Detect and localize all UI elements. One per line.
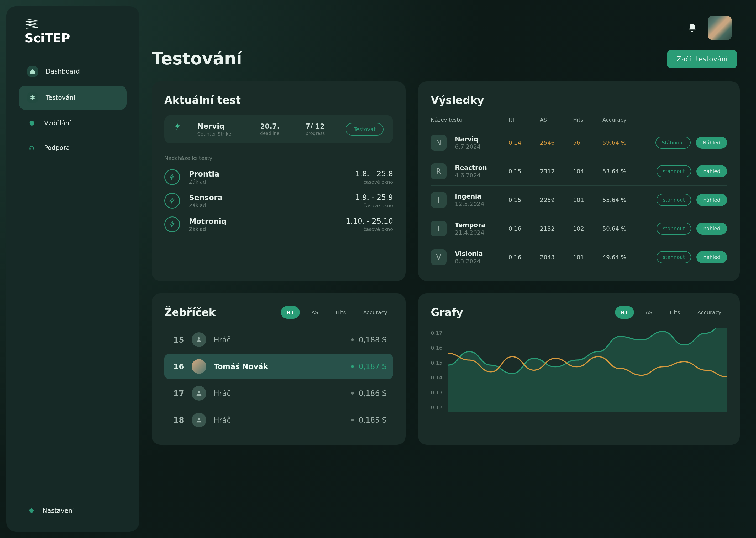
current-test-row: Nerviq Counter Strike 20.7. deadline 7/ …	[164, 115, 393, 143]
upcoming-name: Motroniq	[189, 217, 226, 226]
results-card: Výsledky Název testu RT AS Hits Accuracy…	[418, 81, 740, 281]
chart-svg	[448, 328, 727, 412]
card-title: Grafy	[431, 306, 463, 318]
nav-dashboard[interactable]: Dashboard	[19, 59, 126, 83]
nav-education[interactable]: Vzdělání	[19, 112, 126, 134]
leaderboard-row[interactable]: 18 Hráč 0,185 S	[164, 407, 393, 433]
result-as: 2132	[540, 225, 573, 232]
graphs-filters: RTASHitsAccuracy	[615, 306, 727, 319]
result-rt: 0.15	[508, 168, 540, 175]
deadline-label: deadline	[260, 131, 295, 136]
result-acc: 49.64 %	[602, 254, 650, 261]
upcoming-item[interactable]: Motroniq Základ 1.10. - 25.10 časové okn…	[164, 216, 393, 232]
download-button[interactable]: Stáhnout	[655, 136, 691, 149]
leaderboard-row[interactable]: 15 Hráč 0,188 S	[164, 327, 393, 352]
result-letter: V	[431, 249, 447, 265]
filter-pill[interactable]: Accuracy	[692, 306, 727, 319]
player-avatar	[192, 413, 206, 427]
avatar-image	[708, 16, 732, 40]
dot-icon	[351, 338, 354, 341]
y-tick: 0.16	[431, 345, 443, 351]
result-name: Narviq	[455, 135, 508, 143]
upcoming-list: Prontia Základ 1.8. - 25.8 časové okno S…	[164, 169, 393, 232]
result-name: Reactron	[455, 164, 508, 172]
player-score: 0,187 S	[351, 362, 387, 371]
result-as: 2043	[540, 254, 573, 261]
upcoming-sub: Základ	[189, 202, 223, 208]
home-icon	[27, 66, 38, 77]
bolt-icon	[164, 193, 180, 209]
upcoming-item[interactable]: Prontia Základ 1.8. - 25.8 časové okno	[164, 169, 393, 185]
y-axis: 0.170.160.150.140.130.12	[431, 328, 443, 412]
result-hits: 56	[573, 139, 602, 146]
download-button[interactable]: stáhnout	[656, 223, 691, 235]
leaderboard-row[interactable]: 16 Tomáš Novák 0,187 S	[164, 354, 393, 379]
bolt-icon	[174, 123, 187, 136]
upcoming-range-label: časové okno	[346, 227, 393, 232]
preview-button[interactable]: náhled	[696, 251, 727, 263]
progress-label: progress	[306, 131, 325, 136]
result-date: 21.4.2024	[455, 229, 508, 236]
results-header: Název testu RT AS Hits Accuracy	[431, 117, 727, 128]
result-name: Visionia	[455, 250, 508, 257]
player-avatar	[192, 386, 206, 401]
player-avatar	[192, 332, 206, 347]
nav-support[interactable]: Podpora	[19, 136, 126, 159]
topbar	[152, 15, 737, 45]
download-button[interactable]: stáhnout	[656, 194, 691, 206]
player-name: Hráč	[214, 336, 344, 344]
y-tick: 0.13	[431, 389, 443, 396]
upcoming-item[interactable]: Sensora Základ 1.9. - 25.9 časové okno	[164, 193, 393, 209]
chart-area	[448, 328, 727, 412]
results-row: I Ingenia 12.5.2024 0.15 2259 101 55.64 …	[431, 186, 727, 214]
content-grid: Aktuální test Nerviq Counter Strike 20.7…	[152, 81, 737, 445]
leaderboard-filters: RTASHitsAccuracy	[281, 306, 393, 319]
result-as: 2546	[540, 139, 573, 146]
preview-button[interactable]: náhled	[696, 223, 727, 235]
col-rt: RT	[508, 117, 540, 123]
filter-pill[interactable]: Hits	[330, 306, 352, 319]
filter-pill[interactable]: AS	[640, 306, 658, 319]
preview-button[interactable]: náhled	[696, 194, 727, 206]
results-row: V Visionia 8.3.2024 0.16 2043 101 49.64 …	[431, 243, 727, 271]
filter-pill[interactable]: RT	[281, 306, 300, 319]
result-rt: 0.14	[508, 139, 540, 146]
settings-label: Nastavení	[42, 507, 74, 514]
bolt-icon	[164, 169, 180, 185]
upcoming-sub: Základ	[189, 226, 226, 232]
bell-icon[interactable]	[687, 23, 697, 33]
avatar[interactable]	[708, 16, 732, 40]
brand-name: SciTEP	[25, 31, 70, 45]
nav: Dashboard Testování Vzdělání Podpora	[19, 59, 126, 159]
start-testing-button[interactable]: Začít testování	[667, 50, 737, 68]
result-acc: 50.64 %	[602, 225, 650, 232]
upcoming-title: Nadcházející testy	[164, 155, 393, 161]
upcoming-sub: Základ	[189, 179, 219, 185]
leaderboard-row[interactable]: 17 Hráč 0,186 S	[164, 381, 393, 406]
page-title: Testování	[152, 49, 242, 68]
results-row: R Reactron 4.6.2024 0.15 2312 104 53.64 …	[431, 157, 727, 186]
filter-pill[interactable]: Accuracy	[357, 306, 393, 319]
leaderboard-card: Žebříček RTASHitsAccuracy 15 Hráč 0,188 …	[152, 294, 405, 445]
page-header: Testování Začít testování	[152, 49, 737, 68]
result-date: 4.6.2024	[455, 172, 508, 179]
filter-pill[interactable]: RT	[615, 306, 634, 319]
upcoming-range-label: časové okno	[355, 203, 393, 208]
result-rt: 0.16	[508, 254, 540, 261]
player-name: Hráč	[214, 389, 344, 398]
result-name: Ingenia	[455, 193, 508, 200]
nav-settings[interactable]: Nastavení	[19, 500, 126, 521]
card-title: Žebříček	[164, 306, 216, 318]
test-button[interactable]: Testovat	[346, 123, 384, 135]
download-button[interactable]: stáhnout	[656, 165, 691, 177]
dot-icon	[351, 419, 354, 421]
preview-button[interactable]: náhled	[696, 165, 727, 177]
result-letter: I	[431, 192, 447, 208]
preview-button[interactable]: Náhled	[696, 136, 727, 149]
upcoming-range: 1.10. - 25.10	[346, 217, 393, 225]
download-button[interactable]: stáhnout	[656, 251, 691, 263]
filter-pill[interactable]: Hits	[664, 306, 686, 319]
graphs-card: Grafy RTASHitsAccuracy 0.170.160.150.140…	[418, 294, 740, 445]
filter-pill[interactable]: AS	[306, 306, 324, 319]
nav-testing[interactable]: Testování	[19, 86, 126, 110]
